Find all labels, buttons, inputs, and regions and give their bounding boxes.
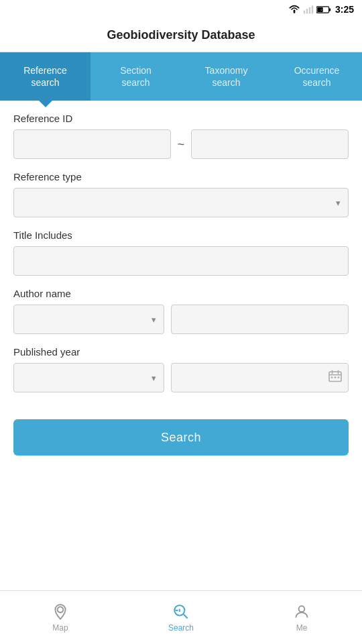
author-name-row: ▾ [13,305,349,334]
tab-reference-search[interactable]: Referencesearch [0,52,90,101]
status-icons [288,5,331,14]
svg-rect-6 [329,8,330,11]
year-type-select-wrapper: ▾ [13,363,164,392]
svg-line-17 [184,614,188,618]
svg-rect-3 [309,7,310,14]
battery-icon [316,5,331,14]
author-name-group: Author name ▾ [13,288,349,334]
tab-taxonomy-search-label: Taxonomysearch [205,64,248,89]
map-icon [52,603,69,621]
title-includes-group: Title Includes [13,229,349,276]
tab-taxonomy-search[interactable]: Taxonomysearch [181,52,272,101]
nav-me-label: Me [296,623,308,633]
published-year-label: Published year [13,346,349,358]
title-includes-input[interactable] [13,246,349,276]
time-display: 3:25 [335,4,354,15]
tab-bar: Referencesearch Sectionsearch Taxonomyse… [0,52,362,101]
reference-type-label: Reference type [13,171,349,182]
svg-rect-1 [304,11,305,14]
author-name-input[interactable] [171,305,349,334]
nav-item-map[interactable]: Map [0,603,121,633]
svg-point-20 [299,606,305,612]
reference-id-from-input[interactable] [13,129,171,159]
app-title: Geobiodiversity Database [107,28,255,42]
reference-type-group: Reference type ▾ [13,171,349,217]
published-year-group: Published year ▾ [13,346,349,392]
reference-type-select[interactable] [13,188,349,217]
author-name-label: Author name [13,288,349,299]
search-button[interactable]: Search [13,419,349,455]
published-year-row: ▾ [13,363,349,392]
person-icon [293,603,310,621]
year-type-select[interactable] [13,363,164,392]
tab-section-search[interactable]: Sectionsearch [90,52,181,101]
search-nav-icon [172,603,190,621]
reference-id-group: Reference ID ~ [13,113,349,159]
author-type-select[interactable] [13,305,164,334]
status-bar: 3:25 [0,0,362,19]
year-calendar-field [171,363,349,392]
svg-point-15 [58,606,64,612]
range-tilde: ~ [178,138,185,152]
app-header: Geobiodiversity Database [0,19,362,52]
tab-occurence-search[interactable]: Occurencesearch [272,52,362,101]
year-calendar-input[interactable] [171,363,349,392]
svg-rect-2 [306,9,308,13]
tab-section-search-label: Sectionsearch [120,64,152,89]
svg-point-0 [294,11,296,13]
tab-occurence-search-label: Occurencesearch [294,64,340,89]
author-type-select-wrapper: ▾ [13,305,164,334]
nav-item-me[interactable]: Me [241,603,362,633]
nav-search-label: Search [168,623,194,633]
tab-reference-search-label: Referencesearch [23,64,67,89]
wifi-icon [288,5,300,14]
svg-rect-4 [312,5,313,13]
reference-id-to-input[interactable] [191,129,349,159]
reference-type-select-wrapper: ▾ [13,188,349,217]
search-button-container: Search [0,419,362,455]
nav-map-label: Map [52,623,68,633]
search-form: Reference ID ~ Reference type ▾ Title In… [0,101,362,417]
bottom-nav: Map Search Me [0,590,362,644]
title-includes-label: Title Includes [13,229,349,241]
reference-id-label: Reference ID [13,113,349,124]
signal-icon [303,5,314,14]
reference-id-row: ~ [13,129,349,159]
nav-item-search[interactable]: Search [121,603,241,633]
